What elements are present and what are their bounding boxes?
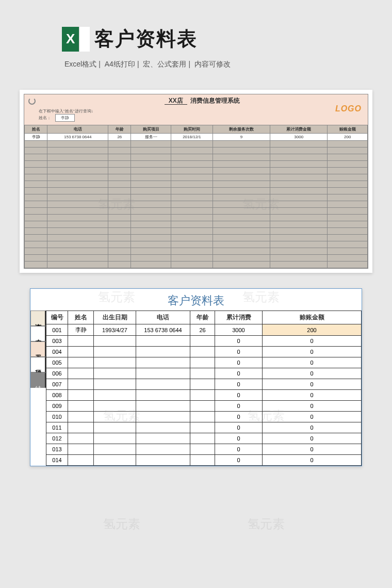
cell[interactable]	[328, 221, 368, 228]
cell[interactable]	[25, 228, 47, 235]
cell[interactable]: 0	[215, 379, 263, 390]
cell[interactable]: 003	[46, 336, 68, 347]
cell[interactable]: 0	[215, 444, 263, 455]
cell[interactable]	[328, 235, 368, 241]
cell[interactable]	[190, 357, 215, 368]
cell[interactable]	[47, 168, 108, 174]
cell[interactable]	[131, 154, 171, 161]
cell[interactable]	[47, 188, 108, 194]
cell[interactable]	[131, 161, 171, 168]
cell[interactable]	[47, 215, 108, 221]
cell[interactable]: 013	[46, 444, 68, 455]
cell[interactable]	[213, 241, 270, 248]
cell[interactable]	[94, 390, 136, 401]
cell[interactable]	[131, 228, 171, 235]
cell[interactable]	[213, 208, 270, 215]
cell[interactable]	[108, 248, 131, 255]
cell[interactable]	[270, 215, 328, 221]
cell[interactable]	[108, 188, 131, 194]
cell[interactable]	[25, 148, 47, 154]
cell[interactable]	[47, 201, 108, 208]
cell[interactable]: 0	[215, 336, 263, 347]
cell[interactable]	[25, 181, 47, 188]
cell[interactable]	[68, 379, 94, 390]
cell[interactable]	[270, 188, 328, 194]
cell[interactable]	[68, 336, 94, 347]
cell[interactable]	[108, 181, 131, 188]
cell[interactable]	[270, 201, 328, 208]
cell[interactable]	[131, 262, 171, 268]
cell[interactable]: 004	[46, 347, 68, 357]
cell[interactable]	[270, 181, 328, 188]
cell[interactable]	[171, 228, 213, 235]
cell[interactable]	[328, 181, 368, 188]
cell[interactable]	[108, 235, 131, 241]
cell[interactable]	[25, 221, 47, 228]
cell[interactable]	[328, 248, 368, 255]
cell[interactable]	[328, 215, 368, 221]
cell[interactable]	[213, 248, 270, 255]
cell[interactable]	[190, 401, 215, 412]
cell[interactable]	[136, 390, 190, 401]
cell[interactable]	[131, 181, 171, 188]
cell[interactable]: 012	[46, 433, 68, 444]
cell[interactable]	[25, 161, 47, 168]
cell[interactable]	[94, 422, 136, 433]
cell[interactable]	[25, 262, 47, 268]
cell[interactable]: 0	[263, 433, 362, 444]
cell[interactable]	[213, 255, 270, 262]
cell[interactable]	[108, 194, 131, 201]
cell[interactable]	[68, 422, 94, 433]
cell[interactable]: 26	[190, 324, 215, 336]
cell[interactable]	[131, 221, 171, 228]
cell[interactable]	[68, 433, 94, 444]
cell[interactable]	[270, 194, 328, 201]
side-tab[interactable]: 查询	[30, 311, 46, 326]
cell[interactable]: 001	[46, 324, 68, 336]
cell[interactable]	[328, 241, 368, 248]
cell[interactable]	[47, 174, 108, 181]
cell[interactable]	[171, 248, 213, 255]
cell[interactable]: 153 6738 0644	[136, 324, 190, 336]
cell[interactable]	[47, 141, 108, 148]
cell[interactable]	[171, 168, 213, 174]
cell[interactable]: 0	[215, 433, 263, 444]
cell[interactable]	[25, 208, 47, 215]
cell[interactable]	[270, 148, 328, 154]
cell[interactable]	[47, 241, 108, 248]
cell[interactable]	[136, 336, 190, 347]
cell[interactable]	[68, 412, 94, 422]
cell[interactable]	[136, 412, 190, 422]
cell[interactable]	[190, 412, 215, 422]
cell[interactable]: 0	[263, 390, 362, 401]
cell[interactable]	[270, 248, 328, 255]
cell[interactable]: 26	[108, 134, 131, 141]
side-tab[interactable]: 客户	[30, 326, 46, 341]
cell[interactable]	[190, 455, 215, 466]
cell[interactable]	[270, 235, 328, 241]
cell[interactable]	[171, 141, 213, 148]
cell[interactable]	[171, 235, 213, 241]
cell[interactable]	[47, 248, 108, 255]
cell[interactable]: 0	[263, 347, 362, 357]
cell[interactable]	[94, 401, 136, 412]
cell[interactable]	[94, 357, 136, 368]
cell[interactable]	[47, 262, 108, 268]
cell[interactable]: 153 6738 0644	[47, 134, 108, 141]
cell[interactable]	[47, 161, 108, 168]
cell[interactable]	[328, 168, 368, 174]
cell[interactable]	[108, 168, 131, 174]
cell[interactable]	[25, 201, 47, 208]
cell[interactable]	[270, 174, 328, 181]
cell[interactable]: 009	[46, 401, 68, 412]
cell[interactable]: 0	[263, 336, 362, 347]
cell[interactable]	[270, 154, 328, 161]
cell[interactable]: 005	[46, 357, 68, 368]
cell[interactable]: 011	[46, 422, 68, 433]
cell[interactable]	[68, 368, 94, 379]
cell[interactable]: 0	[215, 455, 263, 466]
cell[interactable]: 3000	[270, 134, 328, 141]
cell[interactable]: 0	[215, 422, 263, 433]
cell[interactable]	[131, 215, 171, 221]
cell[interactable]	[68, 455, 94, 466]
